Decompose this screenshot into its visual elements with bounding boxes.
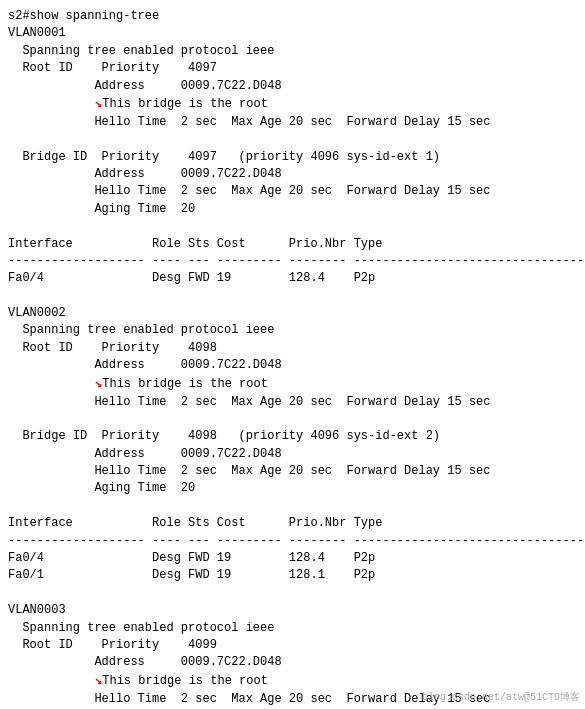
vlan0003-stp-info: Spanning tree enabled protocol ieee: [8, 621, 274, 635]
vlan0001-stp-info: Spanning tree enabled protocol ieee: [8, 44, 274, 58]
vlan0002-hello-time: Hello Time 2 sec Max Age 20 sec Forward …: [8, 395, 490, 409]
vlan0002-bridge-priority: Bridge ID Priority 4098 (priority 4096 s…: [8, 429, 440, 443]
vlan0002-interface-header: Interface Role Sts Cost Prio.Nbr Type: [8, 516, 382, 530]
vlan0001-aging-time: Aging Time 20: [8, 202, 195, 216]
vlan0001-root-address: Address 0009.7C22.D048: [8, 79, 282, 93]
vlan0002-stp-info: Spanning tree enabled protocol ieee: [8, 323, 274, 337]
terminal-window: s2#show spanning-tree VLAN0001 Spanning …: [8, 8, 577, 709]
vlan0003-root-priority: Root ID Priority 4099: [8, 638, 217, 652]
vlan0002-blank2: [8, 499, 15, 513]
vlan0001-bridge-priority: Bridge ID Priority 4097 (priority 4096 s…: [8, 150, 440, 164]
vlan0003-root-bridge-note: ↘This bridge is the root: [8, 674, 268, 688]
vlan0003-header: VLAN0003: [8, 603, 66, 617]
vlan0001-blank1: [8, 132, 15, 146]
vlan0002-fa04: Fa0/4 Desg FWD 19 128.4 P2p: [8, 551, 375, 565]
vlan0001-bridge-address: Address 0009.7C22.D048: [8, 167, 282, 181]
vlan0001-header: VLAN0001: [8, 26, 66, 40]
vlan0002-blank1: [8, 412, 15, 426]
vlan0002-aging-time: Aging Time 20: [8, 481, 195, 495]
vlan0001-hello-time: Hello Time 2 sec Max Age 20 sec Forward …: [8, 115, 490, 129]
vlan0002-root-bridge-note: ↘This bridge is the root: [8, 377, 268, 391]
terminal-output: s2#show spanning-tree VLAN0001 Spanning …: [8, 8, 577, 709]
vlan0001-blank3: [8, 289, 15, 303]
command-line: s2#show spanning-tree: [8, 9, 159, 23]
vlan0001-root-bridge-note: ↘This bridge is the root: [8, 97, 268, 111]
vlan0002-blank3: [8, 586, 15, 600]
vlan0002-fa01: Fa0/1 Desg FWD 19 128.1 P2p: [8, 568, 375, 582]
vlan0001-blank2: [8, 219, 15, 233]
vlan0003-hello-time: Hello Time 2 sec Max Age 20 sec Forward …: [8, 692, 490, 706]
vlan0002-bridge-address: Address 0009.7C22.D048: [8, 447, 282, 461]
vlan0001-interface-header: Interface Role Sts Cost Prio.Nbr Type: [8, 237, 382, 251]
vlan0002-bridge-hello: Hello Time 2 sec Max Age 20 sec Forward …: [8, 464, 490, 478]
vlan0002-root-address: Address 0009.7C22.D048: [8, 358, 282, 372]
vlan0002-root-priority: Root ID Priority 4098: [8, 341, 217, 355]
vlan0001-root-priority: Root ID Priority 4097: [8, 61, 217, 75]
vlan0002-header: VLAN0002: [8, 306, 66, 320]
vlan0002-interface-divider: ------------------- ---- --- --------- -…: [8, 534, 584, 548]
vlan0001-fa04: Fa0/4 Desg FWD 19 128.4 P2p: [8, 271, 375, 285]
vlan0003-root-address: Address 0009.7C22.D048: [8, 655, 282, 669]
vlan0001-bridge-hello: Hello Time 2 sec Max Age 20 sec Forward …: [8, 184, 490, 198]
watermark: blog.csdn.net/atw@51CTO博客: [422, 690, 580, 704]
vlan0001-interface-divider: ------------------- ---- --- --------- -…: [8, 254, 584, 268]
